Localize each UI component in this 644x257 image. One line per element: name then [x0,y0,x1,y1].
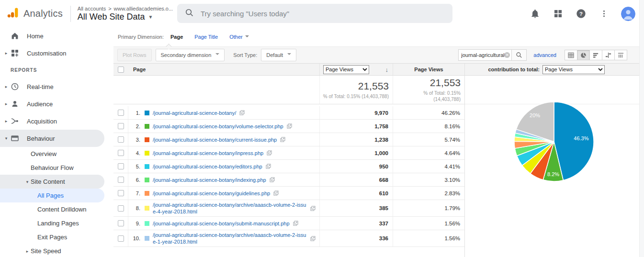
row-checkbox[interactable] [118,190,124,196]
open-in-new-window-icon[interactable] [266,164,271,169]
open-in-new-window-icon[interactable] [239,110,245,115]
report-main: Primary Dimension: Page Page Title Other… [113,27,639,257]
row-checkbox[interactable] [118,150,124,156]
sidebar-item-customisation[interactable]: ▸Customisation [0,45,113,62]
sidebar-item-site-speed[interactable]: ▸Site Speed [0,244,113,257]
page-link[interactable]: /journal-agricultural-science-botany/cur… [153,136,277,143]
page-link[interactable]: /journal-agricultural-science-botany/inp… [153,150,263,156]
help-icon[interactable]: ? [575,8,587,20]
table-filter-input[interactable] [459,52,504,58]
sidebar-item-label: Customisation [27,50,66,57]
open-in-new-window-icon[interactable] [273,190,279,196]
row-percentage: 4.41% [393,160,464,173]
sidebar-item-audience[interactable]: ▸Audience [0,95,113,112]
analytics-logo[interactable]: Analytics [7,6,63,21]
open-in-new-window-icon[interactable] [310,236,316,241]
sidebar-item-acquisition[interactable]: ▸Acquisition [0,112,113,130]
row-checkbox[interactable] [118,177,124,183]
sidebar-item-exit-pages[interactable]: Exit Pages [0,230,113,244]
pivot-view-button[interactable] [614,50,627,60]
page-link[interactable]: /journal-agricultural-science-botany/gui… [153,190,270,197]
data-table-view-button[interactable] [565,50,577,60]
open-in-new-window-icon[interactable] [287,123,292,129]
open-in-new-window-icon[interactable] [270,177,275,182]
sidebar-item-overview[interactable]: Overview [0,147,113,161]
page-scrollbar[interactable] [639,0,644,257]
contribution-summary-spacer [465,76,639,104]
row-color-swatch [145,151,149,156]
sort-type-button[interactable]: Default [261,49,296,61]
row-percentage: 1.79% [393,200,464,216]
sidebar-item-all-pages[interactable]: All Pages [0,189,104,202]
row-percentage: 4.64% [393,146,464,159]
row-color-swatch [145,164,149,169]
row-number: 8. [128,205,143,211]
row-checkbox[interactable] [118,235,124,242]
acquisition-icon [10,117,26,125]
percentage-pie-view-button[interactable] [577,50,590,60]
chevron-down-icon [245,35,249,39]
dimension-tab-page[interactable]: Page [170,34,183,40]
dimension-tab-other[interactable]: Other [229,34,249,40]
row-color-swatch [145,206,149,211]
page-link[interactable]: /journal-agricultural-science-botany/arc… [153,232,307,245]
breadcrumb-property[interactable]: www.alliedacademies.o... [114,6,173,11]
page-link[interactable]: /journal-agricultural-science-botany/ [153,110,236,116]
page-link[interactable]: /journal-agricultural-science-botany/arc… [153,201,307,215]
sort-type-label: Sort Type: [233,52,257,58]
breadcrumb-account[interactable]: All accounts [78,6,106,11]
view-switcher-caret-icon[interactable]: ▼ [148,14,153,20]
metric-select[interactable]: Page Views [323,65,369,74]
row-number: 3. [128,137,143,143]
sidebar-item-site-content[interactable]: ▾Site Content [0,175,104,189]
page-link[interactable]: /journal-agricultural-science-botany/ind… [153,177,266,183]
pie-slice-label: 8.2% [547,171,559,177]
clear-filter-icon[interactable]: ✕ [504,52,510,58]
select-all-checkbox[interactable] [118,67,124,73]
summary-views2-note: % of Total: 0.15% (14,403,788) [423,90,461,102]
secondary-dimension-button[interactable]: Secondary dimension [156,49,225,61]
column-header-page-views[interactable]: Page Views [393,64,464,75]
advanced-filter-link[interactable]: advanced [533,52,556,58]
row-color-swatch [145,111,149,115]
row-checkbox[interactable] [118,163,124,169]
row-color-swatch [145,191,149,196]
sidebar-item-behaviour-flow[interactable]: Behaviour Flow [0,161,113,175]
page-link[interactable]: /journal-agricultural-science-botany/sub… [153,220,290,227]
sidebar-item-content-drilldown[interactable]: Content Drilldown [0,202,113,216]
notifications-bell-icon[interactable] [529,8,541,20]
row-checkbox[interactable] [118,220,124,226]
open-in-new-window-icon[interactable] [310,206,316,211]
sort-descending-icon[interactable]: ↓ [385,66,389,73]
view-name[interactable]: All Web Site Data [78,12,145,22]
contribution-pie-chart[interactable]: 46.3%8.2%20% [513,101,595,182]
sidebar-item-landing-pages[interactable]: Landing Pages [0,216,113,230]
row-checkbox[interactable] [118,136,124,143]
contribution-metric-select[interactable]: Page Views [542,65,605,74]
open-in-new-window-icon[interactable] [280,137,285,142]
open-in-new-window-icon[interactable] [267,150,272,156]
performance-bars-view-button[interactable] [589,50,602,60]
page-link[interactable]: /journal-agricultural-science-botany/vol… [153,123,283,130]
apps-grid-icon[interactable] [552,8,564,20]
sidebar-item-home[interactable]: Home [0,27,113,45]
row-checkbox[interactable] [118,123,124,129]
column-header-page[interactable]: Page [128,64,319,75]
row-color-swatch [145,137,149,142]
global-search-input[interactable] [201,10,430,18]
sidebar-item-behaviour[interactable]: ▾Behaviour [0,130,104,147]
open-in-new-window-icon[interactable] [293,221,298,226]
plot-rows-button[interactable]: Plot Rows [117,49,152,61]
apply-filter-button[interactable] [511,49,527,61]
page-link[interactable]: /journal-agricultural-science-botany/edi… [153,163,262,170]
global-search[interactable] [177,4,452,23]
overflow-menu-icon[interactable] [598,8,610,20]
svg-text:?: ? [579,11,583,17]
sidebar-item-real-time[interactable]: ▸Real-time [0,78,113,95]
row-checkbox[interactable] [118,110,124,116]
dimension-tab-page-title[interactable]: Page Title [194,34,218,40]
summary-views2-cell: 21,553 % of Total: 0.15% (14,403,788) [393,76,464,104]
row-checkbox[interactable] [118,205,124,212]
comparison-view-button[interactable] [602,50,615,60]
user-avatar[interactable] [621,7,635,21]
